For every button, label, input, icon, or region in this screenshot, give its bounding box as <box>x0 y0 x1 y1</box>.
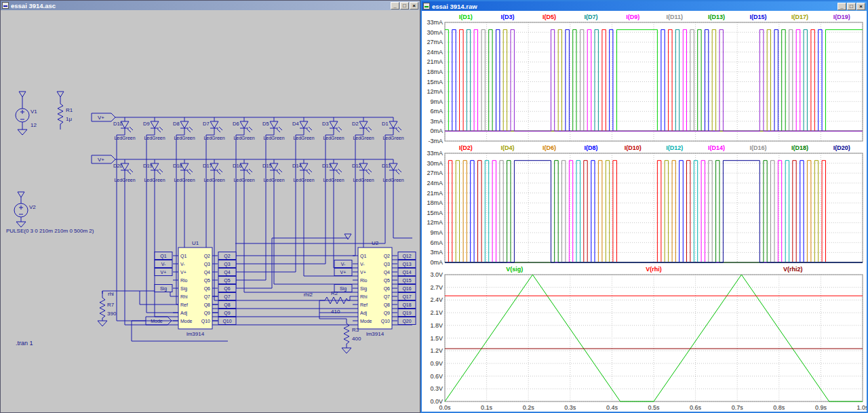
svg-text:I(D18): I(D18) <box>791 144 808 151</box>
svg-text:Q4: Q4 <box>384 270 390 275</box>
svg-text:3.0V: 3.0V <box>430 271 443 278</box>
ground-icon <box>98 321 107 326</box>
svg-text:D6: D6 <box>233 121 239 127</box>
vplus-label-bottom: V+ <box>98 157 104 163</box>
svg-text:Q3: Q3 <box>204 262 210 267</box>
r1-ref: R1 <box>66 107 73 113</box>
svg-text:Q12: Q12 <box>402 254 411 259</box>
schematic-canvas[interactable]: D10LedGreenD9LedGreenD8LedGreenD7LedGree… <box>1 10 420 412</box>
svg-text:Mode: Mode <box>360 319 372 323</box>
svg-text:Sig: Sig <box>160 286 167 292</box>
svg-text:D12: D12 <box>352 163 361 169</box>
svg-text:LedGreen: LedGreen <box>203 178 224 182</box>
waveform-titlebar[interactable]: essai 3914.raw _ □ × <box>422 1 867 11</box>
tran-directive: .tran 1 <box>16 340 33 347</box>
svg-text:I(D3): I(D3) <box>500 14 514 20</box>
svg-text:LedGreen: LedGreen <box>203 136 224 140</box>
waveform-plot-canvas[interactable]: -3mA0mA3mA6mA9mA12mA15mA18mA21mA24mA27mA… <box>422 11 867 412</box>
svg-text:0.4s: 0.4s <box>606 404 618 411</box>
svg-text:0.6s: 0.6s <box>690 404 702 411</box>
svg-text:V-: V- <box>360 262 365 267</box>
svg-text:V+: V+ <box>161 270 167 275</box>
minimize-button[interactable]: _ <box>837 3 846 10</box>
svg-text:LedGreen: LedGreen <box>323 178 344 182</box>
ground-icon <box>16 222 26 227</box>
svg-text:0.7s: 0.7s <box>732 404 744 411</box>
svg-text:33mA: 33mA <box>427 19 443 26</box>
svg-text:V-: V- <box>341 262 346 267</box>
svg-text:Q6: Q6 <box>224 286 230 292</box>
r3-resistor-icon[interactable] <box>344 323 349 344</box>
svg-text:I(D1): I(D1) <box>459 14 473 20</box>
svg-text:V(rhi2): V(rhi2) <box>783 266 803 273</box>
svg-text:15mA: 15mA <box>427 210 443 216</box>
svg-text:Q7: Q7 <box>384 294 390 300</box>
r7-resistor-icon[interactable] <box>100 298 105 321</box>
svg-text:LedGreen: LedGreen <box>323 136 344 140</box>
svg-text:27mA: 27mA <box>427 39 443 45</box>
svg-text:I(D10): I(D10) <box>625 144 642 151</box>
svg-text:Q6: Q6 <box>384 286 390 292</box>
svg-text:1.8V: 1.8V <box>430 322 443 329</box>
svg-text:6mA: 6mA <box>430 108 443 115</box>
svg-text:18mA: 18mA <box>427 199 443 206</box>
r1-value: 1μ <box>66 116 72 122</box>
maximize-button[interactable]: □ <box>400 2 409 9</box>
svg-text:Q1: Q1 <box>160 254 166 259</box>
svg-text:18mA: 18mA <box>427 68 443 75</box>
svg-text:I(D14): I(D14) <box>708 144 725 151</box>
r7-ref: R7 <box>107 302 115 308</box>
svg-text:Q10: Q10 <box>222 319 231 324</box>
ltspice-waveform-icon <box>423 3 430 9</box>
svg-text:U1: U1 <box>192 240 199 246</box>
svg-text:LedGreen: LedGreen <box>114 136 135 140</box>
minimize-button[interactable]: _ <box>391 2 399 9</box>
svg-text:27mA: 27mA <box>427 170 443 176</box>
svg-text:0.9V: 0.9V <box>430 360 443 367</box>
close-button[interactable]: × <box>856 3 865 10</box>
r1-resistor-icon[interactable] <box>58 104 63 130</box>
svg-text:Q8: Q8 <box>224 302 230 308</box>
svg-text:2.1V: 2.1V <box>430 309 443 316</box>
svg-text:Q4: Q4 <box>204 270 210 275</box>
svg-text:1.5V: 1.5V <box>430 335 443 342</box>
schematic-titlebar[interactable]: essai 3914.asc _ □ × <box>1 1 420 10</box>
net-flag-icon <box>18 192 24 197</box>
svg-text:9mA: 9mA <box>430 98 443 105</box>
svg-text:0.9s: 0.9s <box>815 404 827 411</box>
svg-text:V+: V+ <box>360 270 366 275</box>
svg-text:I(D13): I(D13) <box>708 14 725 20</box>
svg-text:24mA: 24mA <box>427 180 443 186</box>
desktop: essai 3914.asc _ □ × <box>0 0 868 413</box>
svg-text:Q5: Q5 <box>384 278 390 283</box>
svg-text:Q9: Q9 <box>224 311 230 316</box>
v1-value: 12 <box>31 122 37 128</box>
svg-text:Sig: Sig <box>180 286 187 292</box>
maximize-button[interactable]: □ <box>847 3 856 10</box>
svg-text:Rhi: Rhi <box>180 294 188 299</box>
r2-ref: R2 <box>331 290 338 296</box>
svg-text:Q3: Q3 <box>384 262 390 267</box>
svg-text:Q8: Q8 <box>384 302 390 308</box>
svg-text:I(D15): I(D15) <box>749 14 766 20</box>
svg-text:0.2s: 0.2s <box>523 404 535 411</box>
svg-text:I(D19): I(D19) <box>833 14 850 20</box>
svg-text:I(D17): I(D17) <box>791 14 808 20</box>
svg-text:Q20: Q20 <box>402 319 411 324</box>
svg-text:D8: D8 <box>173 121 180 127</box>
svg-text:Q15: Q15 <box>402 278 411 283</box>
svg-text:0.0s: 0.0s <box>439 404 451 411</box>
svg-text:Q14: Q14 <box>402 270 411 275</box>
svg-text:Q19: Q19 <box>402 311 411 316</box>
close-button[interactable]: × <box>410 2 418 9</box>
ltspice-schematic-icon <box>2 2 9 9</box>
svg-text:1.0s: 1.0s <box>856 404 867 411</box>
svg-text:Adj: Adj <box>360 311 368 316</box>
waveform-window-controls: _ □ × <box>837 3 865 10</box>
svg-text:Q9: Q9 <box>384 311 390 316</box>
svg-text:6mA: 6mA <box>430 239 443 246</box>
svg-text:I(D7): I(D7) <box>585 14 598 20</box>
svg-text:LedGreen: LedGreen <box>293 136 314 140</box>
waveform-area: -3mA0mA3mA6mA9mA12mA15mA18mA21mA24mA27mA… <box>422 11 867 412</box>
svg-text:lm3914: lm3914 <box>186 331 205 337</box>
